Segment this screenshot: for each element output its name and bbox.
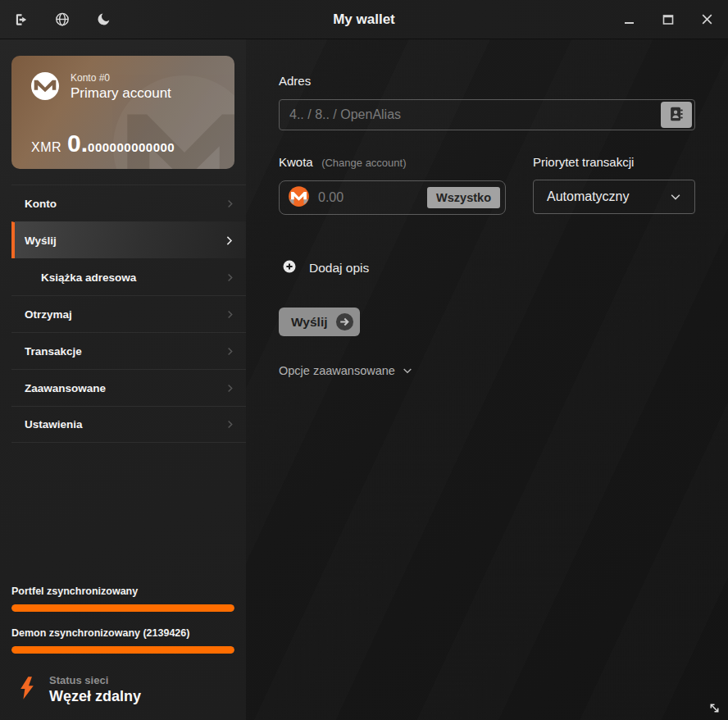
window-controls — [621, 11, 728, 28]
monero-logo-icon — [31, 72, 59, 103]
sidebar-item-wyslij[interactable]: Wyślij — [11, 221, 246, 258]
balance-currency: XMR — [31, 140, 61, 155]
send-button[interactable]: Wyślij — [279, 308, 360, 336]
logout-icon[interactable] — [13, 11, 30, 28]
send-all-button[interactable]: Wszystko — [427, 187, 500, 208]
change-account-link[interactable]: (Change account) — [321, 157, 406, 169]
network-status-row[interactable]: Status sieci Węzeł zdalny — [11, 669, 234, 712]
chevron-right-icon — [224, 308, 236, 321]
sidebar-item-ustawienia[interactable]: Ustawienia — [11, 406, 246, 443]
resize-handle-icon[interactable] — [708, 702, 721, 714]
chevron-down-icon — [401, 364, 414, 377]
arrow-right-circle-icon — [335, 312, 354, 331]
priority-selected-value: Automatyczny — [547, 189, 629, 204]
send-page: Adres Kwota (Change account) — [246, 39, 728, 720]
network-status-value: Węzeł zdalny — [49, 688, 141, 705]
address-label: Adres — [279, 74, 695, 88]
wallet-sync-progressbar — [11, 604, 234, 612]
account-number-label: Konto #0 — [71, 72, 171, 84]
chevron-right-icon — [224, 382, 236, 394]
balance-whole: 0. — [67, 130, 88, 157]
close-button[interactable] — [698, 11, 715, 28]
language-globe-icon[interactable] — [54, 11, 71, 28]
sidebar-item-otrzymaj[interactable]: Otrzymaj — [11, 295, 246, 332]
monero-coin-icon — [288, 185, 310, 211]
sidebar: Konto #0 Primary account XMR 0. 00000000… — [0, 39, 246, 720]
addressbook-icon — [667, 105, 685, 125]
add-description-label: Dodaj opis — [309, 261, 369, 276]
chevron-down-icon — [668, 189, 683, 204]
sidebar-item-konto[interactable]: Konto — [11, 185, 246, 221]
priority-select[interactable]: Automatyczny — [533, 180, 695, 214]
account-balance: XMR 0. 000000000000 — [31, 130, 234, 157]
daemon-sync-progressbar — [11, 646, 234, 654]
account-name: Primary account — [71, 84, 171, 102]
chevron-right-icon — [224, 198, 236, 210]
balance-decimals: 000000000000 — [88, 140, 175, 154]
sidebar-item-ksiazka-adresowa[interactable]: Książka adresowa — [11, 258, 246, 295]
priority-label: Priorytet transakcji — [533, 155, 695, 169]
chevron-right-icon — [224, 418, 236, 431]
sidebar-item-zaawansowane[interactable]: Zaawansowane — [11, 369, 246, 406]
amount-label: Kwota — [279, 155, 313, 169]
titlebar: My wallet — [0, 0, 728, 39]
add-description-button[interactable]: Dodaj opis — [279, 259, 369, 277]
minimize-button[interactable] — [621, 11, 638, 28]
sidebar-menu: Konto Wyślij Książka adresowa Otrzymaj T… — [11, 185, 246, 443]
wallet-sync-progress-fill — [11, 604, 234, 612]
plus-circle-icon — [282, 259, 297, 277]
chevron-right-icon — [224, 271, 236, 284]
sidebar-item-transakcje[interactable]: Transakcje — [11, 332, 246, 369]
addressbook-button[interactable] — [661, 102, 692, 128]
daemon-sync-label: Demon zsynchronizowany (2139426) — [11, 627, 234, 639]
wallet-sync-label: Portfel zsynchronizowany — [11, 586, 234, 597]
sidebar-status: Portfel zsynchronizowany Demon zsynchron… — [0, 586, 246, 720]
address-input[interactable] — [280, 107, 661, 122]
address-field-wrap — [279, 99, 695, 130]
advanced-options-label: Opcje zaawansowane — [279, 364, 395, 377]
maximize-button[interactable] — [660, 11, 676, 28]
account-card[interactable]: Konto #0 Primary account XMR 0. 00000000… — [11, 56, 234, 169]
lightning-icon — [18, 676, 36, 704]
titlebar-left-icons — [0, 11, 111, 28]
network-status-label: Status sieci — [49, 674, 141, 686]
send-button-label: Wyślij — [291, 315, 328, 330]
dark-mode-moon-icon[interactable] — [95, 11, 111, 28]
amount-input[interactable] — [310, 190, 427, 205]
daemon-sync-progress-fill — [11, 646, 234, 654]
chevron-right-icon — [222, 234, 236, 248]
amount-field-wrap: Wszystko — [279, 180, 506, 215]
chevron-right-icon — [224, 345, 236, 358]
advanced-options-toggle[interactable]: Opcje zaawansowane — [279, 364, 414, 377]
